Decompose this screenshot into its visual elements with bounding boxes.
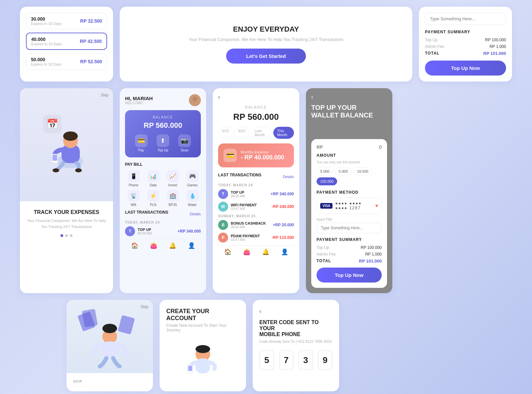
- txn-info-wifi-bal: WIFI PAYMENT 03:47 AM: [231, 203, 269, 211]
- plan-item-2[interactable]: 40.000 Expires In 10 Days RP 42.500: [26, 33, 107, 50]
- skip-button-track[interactable]: Skip: [101, 93, 108, 98]
- period-this-month[interactable]: This Month: [273, 127, 294, 139]
- topup-now-button-top[interactable]: Top Up Now: [425, 61, 506, 76]
- details-link-dash[interactable]: Details: [190, 212, 201, 216]
- card-create-account: CREATE YOUR ACCOUNT Create New Account T…: [160, 300, 246, 391]
- topup-value-topup: RP 100.000: [361, 245, 382, 250]
- topup-now-button-wallet[interactable]: Top Up Now: [317, 268, 382, 283]
- card-enter-code: ‹ ENTER CODE SENT TO YOURMOBILE PHONE Co…: [253, 300, 339, 391]
- pay-water[interactable]: 💧Water: [184, 190, 201, 207]
- plan-item-1[interactable]: 30.000 Expires In 10 Days RP 32.500: [26, 13, 107, 29]
- txn-bonus-bal: B BONUS CASHBACK 08:00 AM +RP 20.000: [218, 220, 294, 230]
- pay-bill-title: PAY BILL: [125, 162, 201, 167]
- action-topup[interactable]: ⬆ Top Up: [157, 134, 169, 152]
- svg-rect-13: [118, 315, 135, 335]
- total-value-top: RP 101.000: [483, 51, 506, 56]
- chip-100000[interactable]: 100.000: [317, 177, 337, 185]
- card-dashboard: HI, MARIAH WELCOME! BALANCE RP 560.000 💳…: [120, 88, 206, 293]
- pay-phone[interactable]: 📱Phone: [125, 170, 142, 187]
- txn-time-bonus-bal: 08:00 AM: [231, 225, 270, 229]
- pln-label: PLN: [150, 203, 156, 207]
- txn-time-pdam-bal: 03:47 AM: [231, 238, 269, 242]
- date-today-bal: TODAY, MARCH 24: [218, 183, 294, 187]
- create-person-svg: [183, 339, 223, 379]
- skip-button-2[interactable]: Skip: [141, 304, 148, 309]
- input-title-field[interactable]: [317, 223, 382, 233]
- code-digit-1[interactable]: 5: [259, 350, 274, 370]
- txn-name-bonus-bal: BONUS CASHBACK: [231, 221, 270, 225]
- txn-amount-bonus-bal: +RP 20.000: [273, 223, 294, 227]
- progress-dots: [27, 234, 106, 237]
- expense-label: Monthly Expense: [241, 150, 284, 154]
- period-last-month[interactable]: Last Month: [251, 127, 272, 139]
- action-scan[interactable]: 📷 Scan: [178, 134, 191, 152]
- period-522[interactable]: 5/22: [218, 127, 232, 139]
- home-nav-icon[interactable]: 🏠: [131, 242, 138, 249]
- txn-info-pdam-bal: PDAM PAYMENT 03:47 AM: [231, 234, 269, 242]
- chip-10500[interactable]: 10.500: [353, 167, 372, 175]
- pay-invest[interactable]: 📈Invest: [164, 170, 181, 187]
- svg-point-10: [193, 97, 197, 101]
- avatar-svg: [189, 94, 201, 106]
- user-nav-bal[interactable]: 👤: [281, 248, 288, 256]
- details-link-bal[interactable]: Details: [283, 175, 294, 179]
- code-digit-2[interactable]: 7: [279, 350, 294, 370]
- invest-label: Invest: [168, 183, 177, 187]
- code-digit-4[interactable]: 9: [318, 350, 333, 370]
- wallet-nav-icon[interactable]: 👛: [150, 242, 157, 249]
- topup-value-top: RP 100.000: [485, 38, 506, 42]
- pay-games[interactable]: 🎮Games: [184, 170, 201, 187]
- svg-rect-16: [101, 341, 118, 358]
- txn-avatar-B-bal: B: [218, 220, 228, 230]
- card-enjoy-everyday: ENJOY EVERYDAY Your Financial Companion.…: [120, 7, 412, 82]
- favorite-icon[interactable]: ♥: [375, 203, 378, 208]
- txn-amount-pdam-bal: -RP 110.000: [272, 235, 294, 240]
- code-digit-3[interactable]: 3: [298, 350, 313, 370]
- chip-5000-2[interactable]: 5.000: [335, 167, 352, 175]
- get-started-button[interactable]: Let's Get Started: [226, 49, 306, 64]
- txn-name-topup-bal: TOP UP: [231, 190, 268, 194]
- topup-rp-row: RP 0: [317, 144, 382, 150]
- svg-point-9: [190, 103, 200, 106]
- home-nav-bal[interactable]: 🏠: [224, 248, 231, 256]
- pay-pln[interactable]: ⚡PLN: [145, 190, 162, 207]
- bell-nav-bal[interactable]: 🔔: [262, 248, 269, 256]
- back-arrow-topup[interactable]: ‹: [311, 94, 387, 100]
- card-number-dots: ●●●● ●●●● ●●●● 1287: [335, 201, 372, 210]
- txn-name-wifi-bal: WIFI PAYMENT: [231, 203, 269, 207]
- svg-point-5: [75, 168, 82, 172]
- txn-amount-topup-bal: +RP 340.000: [271, 192, 294, 196]
- transactions-header-dash: LAST TRANSACTIONS Details: [125, 210, 201, 218]
- bell-nav-icon[interactable]: 🔔: [169, 242, 176, 249]
- topup-label-topup: Top Up: [317, 245, 329, 250]
- card-track-expenses: Skip 📅: [20, 88, 113, 293]
- onboard2-text: SKIP: [66, 373, 153, 391]
- pay-data[interactable]: 📊Data: [145, 170, 162, 187]
- chip-5000-1[interactable]: 5.000: [317, 167, 333, 175]
- svg-rect-19: [196, 358, 210, 373]
- action-pay[interactable]: 💳 Pay: [135, 134, 148, 152]
- txn-time-topup-dash: 08:00 AM: [138, 232, 175, 235]
- txn-wifi-bal: W WIFI PAYMENT 03:47 AM -RP 340.000: [218, 202, 294, 212]
- payment-input-top[interactable]: [425, 13, 506, 25]
- pay-wifi[interactable]: 📡Wifi: [125, 190, 142, 207]
- last-txn-title-bal: LAST TRANSACTIONS: [218, 173, 261, 177]
- dot-1: [61, 234, 63, 237]
- plan-item-3[interactable]: 50.000 Expires In 10 Days RP 52.500: [26, 53, 107, 70]
- txn-avatar-W-bal: W: [218, 202, 228, 212]
- back-arrow-code[interactable]: ‹: [259, 308, 332, 315]
- user-nav-icon[interactable]: 👤: [188, 242, 195, 249]
- phone-icon: 📱: [128, 170, 140, 182]
- pay-bpjs[interactable]: 🏥BPJS: [164, 190, 181, 207]
- svg-rect-21: [188, 366, 192, 371]
- period-622[interactable]: 6/22: [234, 127, 249, 139]
- transactions-header-bal: LAST TRANSACTIONS Details: [218, 173, 294, 181]
- wallet-nav-bal[interactable]: 👛: [243, 248, 250, 256]
- topup-rp-value: 0: [379, 144, 382, 150]
- back-arrow-balance[interactable]: ‹: [218, 94, 294, 100]
- person-illustration: [40, 111, 93, 178]
- track-title: TRACK YOUR EXPENSES: [27, 209, 106, 215]
- track-illustration: Skip 📅: [20, 88, 113, 201]
- scan-icon: 📷: [178, 134, 191, 147]
- plan-expiry-2: Expires In 10 Days: [31, 42, 62, 46]
